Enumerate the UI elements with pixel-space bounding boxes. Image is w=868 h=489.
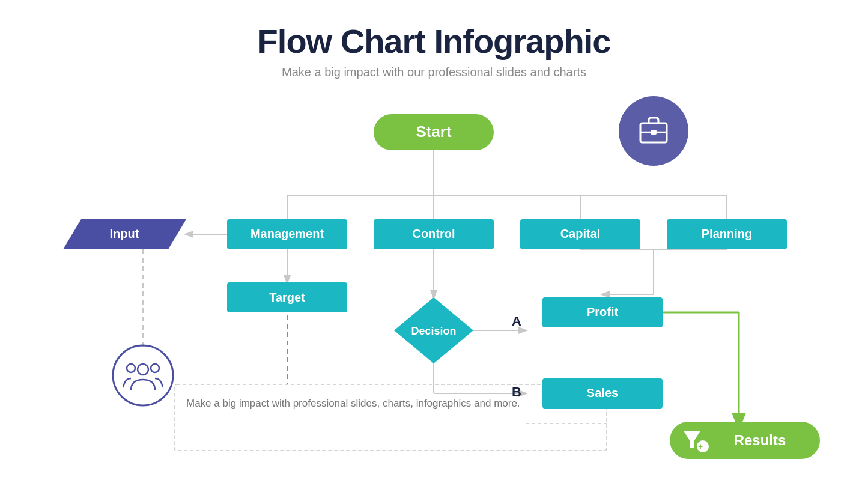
svg-point-40 — [127, 364, 135, 372]
svg-rect-27 — [651, 130, 657, 135]
page-title: Flow Chart Infographic — [0, 22, 868, 61]
decision-label: Decision — [411, 325, 456, 337]
svg-point-38 — [138, 364, 148, 375]
svg-point-39 — [151, 364, 159, 372]
svg-text:+: + — [698, 442, 703, 451]
description-text: Make a big impact with professional slid… — [177, 389, 598, 418]
results-label: Results — [734, 432, 786, 448]
title-area: Flow Chart Infographic Make a big impact… — [0, 0, 868, 79]
target-label: Target — [269, 291, 305, 304]
input-label: Input — [110, 227, 139, 240]
start-label: Start — [416, 123, 452, 141]
control-label: Control — [412, 227, 455, 240]
page-subtitle: Make a big impact with our professional … — [0, 65, 868, 79]
page: Flow Chart Infographic Make a big impact… — [0, 0, 868, 489]
planning-label: Planning — [702, 227, 752, 240]
capital-label: Capital — [560, 227, 601, 240]
flowchart-svg: Start Management Control Capital Plannin… — [0, 90, 868, 475]
label-a: A — [512, 314, 521, 329]
profit-label: Profit — [587, 305, 619, 318]
management-label: Management — [250, 227, 324, 240]
